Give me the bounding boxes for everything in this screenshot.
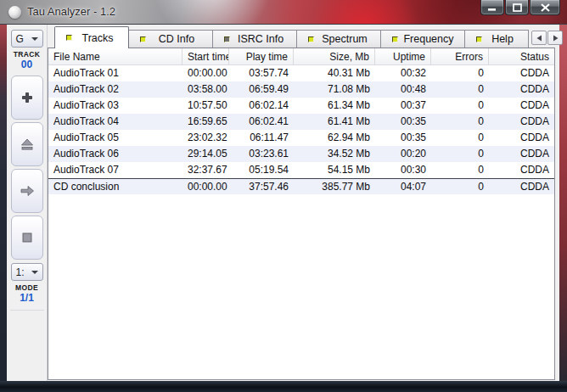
- column-header-file-name[interactable]: File Name: [48, 48, 182, 64]
- cell-file-name: AudioTrack 06: [48, 146, 182, 162]
- tab-label: Frequency: [398, 33, 464, 45]
- track-value: 00: [21, 59, 32, 70]
- tab-label: CD Info: [146, 33, 212, 45]
- stop-icon: [22, 232, 32, 243]
- minimize-button[interactable]: [480, 0, 504, 15]
- next-button[interactable]: [11, 169, 43, 213]
- tab-label: Tracks: [72, 32, 128, 44]
- tab-led-icon: [224, 36, 230, 42]
- cell-play-time: 06:59.49: [229, 81, 294, 98]
- tab-led-icon: [308, 36, 314, 42]
- tab-led-icon: [140, 36, 146, 42]
- cell-size-mb: 385.77 Mb: [294, 179, 375, 194]
- column-header-start-time[interactable]: Start time: [182, 48, 229, 64]
- tab-label: Help: [482, 33, 528, 45]
- tab-label: Spectrum: [314, 33, 380, 45]
- table-row[interactable]: AudioTrack 0310:57.5006:02.1461.34 Mb00:…: [48, 98, 554, 114]
- cell-status: CDDA: [489, 81, 554, 98]
- tab-spectrum[interactable]: Spectrum: [296, 30, 381, 48]
- cell-status: CDDA: [489, 98, 554, 114]
- window-title: Tau Analyzer - 1.2: [27, 5, 115, 18]
- column-header-size-mb[interactable]: Size, Mb: [294, 48, 375, 64]
- eject-button[interactable]: [11, 122, 43, 166]
- window-controls: [480, 0, 560, 15]
- close-icon: [541, 3, 550, 12]
- table-row[interactable]: AudioTrack 0203:58.0006:59.4971.08 Mb00:…: [48, 81, 554, 98]
- cell-file-name: AudioTrack 05: [48, 130, 182, 146]
- cell-play-time: 05:19.54: [229, 162, 294, 178]
- cell-size-mb: 54.15 Mb: [294, 162, 375, 178]
- tab-isrc-info[interactable]: ISRC Info: [212, 30, 297, 48]
- tab-scroll-right-button[interactable]: [547, 31, 563, 45]
- cell-size-mb: 40.31 Mb: [294, 65, 375, 81]
- cell-uptime: 00:35: [375, 130, 431, 146]
- mode-value: 1/1: [20, 292, 34, 304]
- tab-strip: TracksCD InfoISRC InfoSpectrumFrequencyH…: [55, 26, 529, 48]
- arrow-right-icon: [20, 185, 35, 197]
- cell-errors: 0: [431, 162, 489, 178]
- cell-play-time: 37:57.46: [229, 179, 294, 194]
- cell-start-time: 16:59.65: [182, 114, 229, 130]
- cell-start-time: 00:00.00: [182, 65, 229, 81]
- plus-icon: [20, 91, 34, 104]
- cell-play-time: 06:02.14: [229, 98, 294, 114]
- cell-file-name: AudioTrack 04: [48, 114, 182, 130]
- drive-selector[interactable]: G: [11, 30, 43, 48]
- chevron-down-icon: [31, 37, 38, 41]
- column-header-status[interactable]: Status: [489, 48, 554, 64]
- cell-status: CDDA: [489, 114, 554, 130]
- table-summary-row[interactable]: CD conclusion00:00.0037:57.46385.77 Mb04…: [48, 178, 554, 194]
- cell-start-time: 03:58.00: [182, 81, 229, 98]
- column-header-errors[interactable]: Errors: [431, 48, 489, 64]
- cell-size-mb: 34.52 Mb: [294, 146, 375, 162]
- cell-play-time: 06:11.47: [229, 130, 294, 146]
- cell-uptime: 00:32: [375, 65, 431, 81]
- app-window: Tau Analyzer - 1.2 G TRACK 00: [0, 0, 567, 392]
- tab-label: ISRC Info: [230, 33, 296, 45]
- cell-status: CDDA: [489, 65, 554, 81]
- cell-uptime: 04:07: [375, 179, 431, 194]
- cell-status: CDDA: [489, 162, 554, 178]
- cell-uptime: 00:37: [375, 98, 431, 114]
- app-icon: [8, 6, 21, 19]
- tab-cd-info[interactable]: CD Info: [128, 30, 213, 48]
- tab-help[interactable]: Help: [464, 30, 529, 48]
- window-frame-left: [0, 25, 7, 392]
- stop-button[interactable]: [11, 216, 43, 260]
- cell-start-time: 00:00.00: [182, 179, 229, 194]
- cell-play-time: 03:57.74: [229, 65, 294, 81]
- minimize-icon: [488, 3, 497, 11]
- cell-errors: 0: [431, 98, 489, 114]
- tab-tracks[interactable]: Tracks: [54, 26, 129, 48]
- cell-errors: 0: [431, 114, 489, 130]
- cell-file-name: AudioTrack 01: [48, 65, 182, 81]
- speed-selector-label: 1:: [16, 266, 25, 278]
- tab-led-icon: [66, 35, 72, 41]
- cell-start-time: 32:37.67: [182, 162, 229, 178]
- cell-errors: 0: [431, 146, 489, 162]
- tab-scroll-left-button[interactable]: [531, 31, 547, 45]
- close-button[interactable]: [530, 0, 560, 15]
- add-button[interactable]: [11, 76, 43, 120]
- title-bar[interactable]: Tau Analyzer - 1.2: [0, 0, 567, 25]
- column-header-play-time[interactable]: Play time: [229, 48, 294, 64]
- cell-start-time: 29:14.05: [182, 146, 229, 162]
- cell-start-time: 10:57.50: [182, 98, 229, 114]
- table-row[interactable]: AudioTrack 0523:02.3206:11.4762.94 Mb00:…: [48, 130, 554, 146]
- tab-frequency[interactable]: Frequency: [380, 30, 465, 48]
- chevron-down-icon: [31, 271, 38, 274]
- column-header-uptime[interactable]: Uptime: [375, 48, 431, 64]
- table-row[interactable]: AudioTrack 0732:37.6705:19.5454.15 Mb00:…: [48, 162, 554, 178]
- table-row[interactable]: AudioTrack 0629:14.0503:23.6134.52 Mb00:…: [48, 146, 554, 162]
- drive-selector-label: G: [16, 33, 24, 45]
- maximize-button[interactable]: [505, 0, 529, 15]
- speed-selector[interactable]: 1:: [11, 263, 43, 281]
- table-row[interactable]: AudioTrack 0416:59.6506:02.4161.41 Mb00:…: [48, 114, 554, 130]
- table-row[interactable]: AudioTrack 0100:00.0003:57.7440.31 Mb00:…: [48, 65, 554, 81]
- cell-uptime: 00:20: [375, 146, 431, 162]
- tab-led-icon: [392, 36, 398, 42]
- track-label: TRACK: [14, 50, 41, 59]
- cell-size-mb: 62.94 Mb: [294, 130, 375, 146]
- cell-errors: 0: [431, 65, 489, 81]
- cell-play-time: 03:23.61: [229, 146, 294, 162]
